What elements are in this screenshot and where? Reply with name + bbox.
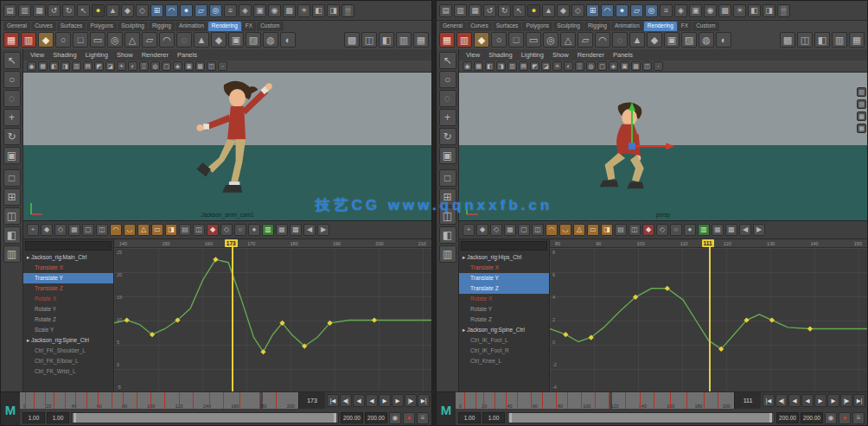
viewport-menu-shading[interactable]: Shading: [53, 51, 77, 59]
curve-arc-icon[interactable]: ◠: [159, 32, 175, 48]
file-open-icon[interactable]: ▥: [18, 4, 31, 17]
grid-pane-icon[interactable]: ▦: [849, 32, 865, 48]
split-view-icon[interactable]: ◫: [361, 32, 377, 48]
step-forward-key-button[interactable]: ▶: [392, 394, 404, 407]
shelf-custom-red-1-icon[interactable]: ▦: [3, 32, 19, 48]
buffer-snapshot-icon[interactable]: ▤: [179, 224, 191, 236]
select-tool-icon[interactable]: ↖: [439, 52, 456, 69]
film-gate-icon[interactable]: ◧: [485, 61, 495, 71]
layout-four-pane-icon[interactable]: ⊞: [439, 188, 456, 206]
shelf-tab-custom[interactable]: Custom: [692, 22, 718, 31]
layout-two-pane-icon[interactable]: ◫: [3, 207, 21, 225]
xray-mode-icon[interactable]: ◫: [642, 61, 652, 71]
dot-shade-icon[interactable]: ◍: [263, 32, 278, 48]
shelf-tab-general[interactable]: General: [3, 22, 30, 31]
viewport-menu-renderer[interactable]: Renderer: [142, 51, 169, 59]
viewport-menu-renderer[interactable]: Renderer: [578, 51, 604, 59]
left-pane-icon[interactable]: ◧: [379, 32, 394, 48]
channel-row[interactable]: Translate X: [459, 263, 549, 273]
channel-row[interactable]: Translate Z: [23, 283, 113, 294]
select-hierarchy-icon[interactable]: ▲: [106, 4, 119, 17]
rotate-tool-icon[interactable]: ↻: [439, 128, 456, 145]
playback-end-field[interactable]: 200.00: [341, 412, 363, 423]
channel-filter-input[interactable]: [461, 241, 547, 251]
lights-icon[interactable]: ☀: [297, 4, 310, 17]
current-frame-field[interactable]: 173: [298, 392, 325, 409]
range-slider-bar[interactable]: [509, 413, 772, 423]
snap-curve-icon[interactable]: ◠: [165, 4, 178, 17]
shaded-box-icon[interactable]: ▣: [664, 32, 680, 48]
channel-box-tab-icon[interactable]: ▧: [857, 87, 866, 97]
list-pane-icon[interactable]: ▥: [832, 32, 847, 48]
step-forward-key-button[interactable]: ▶: [827, 394, 839, 407]
shelf-tab-animation[interactable]: Animation: [611, 22, 643, 31]
step-back-frame-button[interactable]: ◀|: [775, 394, 788, 407]
pre-infinity-icon[interactable]: ◀: [303, 224, 316, 236]
insert-key-icon[interactable]: ◆: [476, 224, 488, 236]
viewport-menu-lighting[interactable]: Lighting: [86, 51, 108, 59]
move-key-icon[interactable]: +: [27, 224, 39, 236]
triangle-tool-icon[interactable]: ▲: [629, 32, 645, 48]
wireframe-on-shaded-icon[interactable]: ▩: [195, 61, 205, 71]
select-tool-icon[interactable]: ↖: [3, 52, 21, 69]
shelf-tab-curves[interactable]: Curves: [31, 22, 56, 31]
render-view-icon[interactable]: ▩: [780, 32, 795, 48]
snap-point-icon[interactable]: ●: [616, 4, 629, 17]
lights-icon[interactable]: ☀: [733, 4, 746, 17]
dot-shade-icon[interactable]: ◍: [699, 32, 714, 48]
construction-icon[interactable]: ◈: [674, 4, 687, 17]
highlighted-item-icon[interactable]: ●: [92, 4, 105, 17]
layout-two-pane-icon[interactable]: ◫: [439, 207, 456, 225]
lasso-tool-icon[interactable]: ○: [439, 71, 456, 88]
lasso-tool-icon[interactable]: ○: [3, 71, 21, 88]
nurbs-sphere-icon[interactable]: ○: [55, 32, 71, 48]
stacked-curves-icon[interactable]: ▩: [290, 224, 302, 236]
lighting-toggle-icon[interactable]: ☀: [552, 61, 562, 71]
viewport-menu-panels[interactable]: Panels: [177, 51, 197, 59]
channel-row[interactable]: Ctrl_FK_Wrist_L: [23, 366, 113, 377]
poly-cone-icon[interactable]: △: [560, 32, 576, 48]
render-view-icon[interactable]: ▩: [344, 32, 360, 48]
go-to-start-button[interactable]: |◀: [327, 394, 339, 407]
pencil-curve-icon[interactable]: ◌: [176, 32, 192, 48]
channel-box-icon[interactable]: ◨: [763, 4, 775, 17]
free-tangent-weight-icon[interactable]: ○: [670, 224, 682, 236]
shelf-tab-polygons[interactable]: Polygons: [522, 22, 552, 31]
value-snap-icon[interactable]: ▦: [712, 224, 724, 236]
playback-options-icon[interactable]: ◉: [825, 412, 837, 424]
time-slider[interactable]: 020406080100120140160180200 173 |◀◀|◀◀▶▶…: [20, 391, 431, 409]
file-open-icon[interactable]: ▥: [454, 4, 467, 17]
character-figure[interactable]: [188, 78, 287, 214]
ambient-occlusion-icon[interactable]: ▒: [139, 61, 149, 71]
layout-outliner-pane-icon[interactable]: ◧: [439, 226, 456, 244]
animation-start-field[interactable]: 1.00: [22, 412, 45, 423]
channel-row[interactable]: Rotate Y: [459, 304, 549, 315]
attribute-editor-tab-icon[interactable]: ▨: [857, 99, 866, 109]
shelf-custom-red-2-icon[interactable]: ▥: [21, 32, 36, 48]
snap-point-icon[interactable]: ●: [180, 4, 193, 17]
shelf-tab-fx[interactable]: FX: [242, 22, 256, 31]
animation-start-field[interactable]: 1.00: [458, 412, 481, 423]
play-forwards-button[interactable]: ▶: [379, 394, 391, 407]
select-object-icon[interactable]: ◆: [121, 4, 134, 17]
file-new-icon[interactable]: ▤: [439, 4, 452, 17]
textured-mode-icon[interactable]: ▣: [620, 61, 629, 71]
split-view-icon[interactable]: ◫: [797, 32, 813, 48]
history-icon[interactable]: ≡: [224, 4, 237, 17]
field-chart-icon[interactable]: ▤: [519, 61, 528, 71]
wireframe-on-shaded-icon[interactable]: ▩: [631, 61, 641, 71]
ipr-render-icon[interactable]: ◉: [704, 4, 717, 17]
go-to-end-button[interactable]: ▶|: [418, 394, 430, 407]
camera-select-icon[interactable]: ◉: [463, 61, 472, 71]
gate-mask-icon[interactable]: ▥: [507, 61, 517, 71]
depth-of-field-icon[interactable]: ◈: [609, 61, 618, 71]
free-tangent-weight-icon[interactable]: ○: [234, 224, 246, 236]
layout-custom-pane-icon[interactable]: ▥: [3, 245, 21, 263]
curve-area[interactable]: 140150160170180190200210 2520151050-5 17…: [114, 239, 431, 392]
file-save-icon[interactable]: ▦: [33, 4, 46, 17]
linear-tangent-icon[interactable]: △: [573, 224, 585, 236]
swap-buffer-icon[interactable]: ◫: [629, 224, 641, 236]
make-live-icon[interactable]: ◎: [645, 4, 658, 17]
undo-icon[interactable]: ↺: [48, 4, 61, 17]
safe-action-icon[interactable]: ◩: [530, 61, 539, 71]
